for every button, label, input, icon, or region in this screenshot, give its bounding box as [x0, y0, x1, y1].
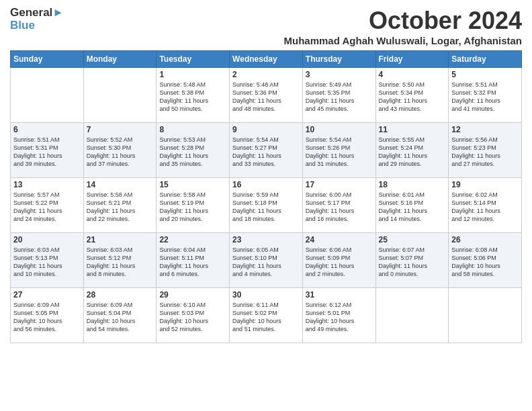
- cell-0-6: 5Sunrise: 5:51 AM Sunset: 5:32 PM Daylig…: [449, 68, 522, 123]
- day-number: 6: [13, 125, 81, 134]
- cell-text: Sunrise: 5:51 AM Sunset: 5:32 PM Dayligh…: [451, 81, 519, 113]
- cell-1-1: 7Sunrise: 5:52 AM Sunset: 5:30 PM Daylig…: [83, 123, 157, 178]
- cell-0-2: 1Sunrise: 5:48 AM Sunset: 5:38 PM Daylig…: [157, 68, 230, 123]
- cell-3-4: 24Sunrise: 6:06 AM Sunset: 5:09 PM Dayli…: [302, 233, 375, 288]
- cell-text: Sunrise: 5:52 AM Sunset: 5:30 PM Dayligh…: [87, 136, 154, 169]
- cell-4-5: [375, 288, 449, 343]
- day-number: 8: [159, 125, 226, 134]
- day-number: 17: [306, 180, 373, 189]
- cell-1-4: 10Sunrise: 5:54 AM Sunset: 5:26 PM Dayli…: [302, 123, 375, 178]
- cell-text: Sunrise: 5:53 AM Sunset: 5:28 PM Dayligh…: [159, 136, 226, 169]
- day-number: 21: [87, 235, 154, 244]
- week-row-2: 13Sunrise: 5:57 AM Sunset: 5:22 PM Dayli…: [11, 178, 522, 233]
- cell-2-3: 16Sunrise: 5:59 AM Sunset: 5:18 PM Dayli…: [230, 178, 303, 233]
- cell-text: Sunrise: 6:12 AM Sunset: 5:01 PM Dayligh…: [306, 301, 373, 334]
- page: General► Blue October 2024 Muhammad Agha…: [0, 0, 532, 411]
- col-wednesday: Wednesday: [230, 51, 303, 68]
- day-number: 1: [159, 70, 226, 79]
- day-number: 5: [451, 70, 519, 79]
- cell-2-6: 19Sunrise: 6:02 AM Sunset: 5:14 PM Dayli…: [449, 178, 522, 233]
- day-number: 29: [159, 290, 226, 300]
- cell-text: Sunrise: 5:57 AM Sunset: 5:22 PM Dayligh…: [13, 191, 81, 224]
- cell-2-4: 17Sunrise: 6:00 AM Sunset: 5:17 PM Dayli…: [302, 178, 375, 233]
- cell-3-3: 23Sunrise: 6:05 AM Sunset: 5:10 PM Dayli…: [230, 233, 303, 288]
- day-number: 27: [13, 290, 81, 300]
- col-thursday: Thursday: [302, 51, 375, 68]
- cell-1-5: 11Sunrise: 5:55 AM Sunset: 5:24 PM Dayli…: [375, 123, 449, 178]
- cell-1-0: 6Sunrise: 5:51 AM Sunset: 5:31 PM Daylig…: [11, 123, 84, 178]
- day-number: 4: [379, 70, 446, 79]
- cell-text: Sunrise: 5:54 AM Sunset: 5:27 PM Dayligh…: [232, 136, 300, 169]
- cell-text: Sunrise: 6:04 AM Sunset: 5:11 PM Dayligh…: [159, 246, 226, 279]
- cell-text: Sunrise: 5:48 AM Sunset: 5:36 PM Dayligh…: [232, 81, 300, 113]
- cell-text: Sunrise: 5:58 AM Sunset: 5:21 PM Dayligh…: [87, 191, 154, 224]
- logo-blue: Blue: [10, 19, 35, 32]
- cell-4-2: 29Sunrise: 6:10 AM Sunset: 5:03 PM Dayli…: [157, 288, 230, 343]
- col-monday: Monday: [83, 51, 157, 68]
- day-number: 2: [232, 70, 300, 79]
- cell-1-2: 8Sunrise: 5:53 AM Sunset: 5:28 PM Daylig…: [157, 123, 230, 178]
- logo: General► Blue: [10, 7, 64, 32]
- cell-3-6: 26Sunrise: 6:08 AM Sunset: 5:06 PM Dayli…: [449, 233, 522, 288]
- header: General► Blue October 2024 Muhammad Agha…: [10, 7, 522, 46]
- day-number: 13: [13, 180, 81, 189]
- week-row-1: 6Sunrise: 5:51 AM Sunset: 5:31 PM Daylig…: [11, 123, 522, 178]
- week-row-3: 20Sunrise: 6:03 AM Sunset: 5:13 PM Dayli…: [11, 233, 522, 288]
- day-number: 18: [379, 180, 446, 189]
- logo-general: General: [10, 6, 52, 19]
- day-number: 30: [232, 290, 300, 300]
- cell-2-2: 15Sunrise: 5:58 AM Sunset: 5:19 PM Dayli…: [157, 178, 230, 233]
- day-number: 19: [451, 180, 519, 189]
- day-number: 7: [87, 125, 154, 134]
- header-row: Sunday Monday Tuesday Wednesday Thursday…: [11, 51, 522, 68]
- day-number: 28: [87, 290, 154, 300]
- cell-2-0: 13Sunrise: 5:57 AM Sunset: 5:22 PM Dayli…: [11, 178, 84, 233]
- cell-text: Sunrise: 5:49 AM Sunset: 5:35 PM Dayligh…: [306, 81, 373, 113]
- day-number: 14: [87, 180, 154, 189]
- cell-4-1: 28Sunrise: 6:09 AM Sunset: 5:04 PM Dayli…: [83, 288, 157, 343]
- week-row-0: 1Sunrise: 5:48 AM Sunset: 5:38 PM Daylig…: [11, 68, 522, 123]
- cell-text: Sunrise: 5:50 AM Sunset: 5:34 PM Dayligh…: [379, 81, 446, 113]
- col-friday: Friday: [375, 51, 449, 68]
- day-number: 20: [13, 235, 81, 244]
- cell-text: Sunrise: 5:48 AM Sunset: 5:38 PM Dayligh…: [159, 81, 226, 113]
- cell-text: Sunrise: 6:09 AM Sunset: 5:05 PM Dayligh…: [13, 301, 81, 334]
- cell-0-3: 2Sunrise: 5:48 AM Sunset: 5:36 PM Daylig…: [230, 68, 303, 123]
- logo-bird-icon: ►: [52, 6, 64, 19]
- cell-text: Sunrise: 6:03 AM Sunset: 5:12 PM Dayligh…: [87, 246, 154, 279]
- location-title: Muhammad Aghah Wuluswali, Logar, Afghani…: [284, 35, 522, 46]
- day-number: 23: [232, 235, 300, 244]
- cell-text: Sunrise: 5:58 AM Sunset: 5:19 PM Dayligh…: [159, 191, 226, 224]
- cell-text: Sunrise: 5:51 AM Sunset: 5:31 PM Dayligh…: [13, 136, 81, 169]
- cell-text: Sunrise: 5:56 AM Sunset: 5:23 PM Dayligh…: [451, 136, 519, 169]
- day-number: 9: [232, 125, 300, 134]
- cell-text: Sunrise: 6:11 AM Sunset: 5:02 PM Dayligh…: [232, 301, 300, 334]
- cell-text: Sunrise: 6:10 AM Sunset: 5:03 PM Dayligh…: [159, 301, 226, 334]
- day-number: 3: [306, 70, 373, 79]
- day-number: 22: [159, 235, 226, 244]
- day-number: 10: [306, 125, 373, 134]
- day-number: 25: [379, 235, 446, 244]
- cell-3-1: 21Sunrise: 6:03 AM Sunset: 5:12 PM Dayli…: [83, 233, 157, 288]
- cell-1-6: 12Sunrise: 5:56 AM Sunset: 5:23 PM Dayli…: [449, 123, 522, 178]
- cell-0-5: 4Sunrise: 5:50 AM Sunset: 5:34 PM Daylig…: [375, 68, 449, 123]
- day-number: 16: [232, 180, 300, 189]
- cell-4-6: [449, 288, 522, 343]
- month-title: October 2024: [284, 7, 522, 35]
- cell-text: Sunrise: 6:05 AM Sunset: 5:10 PM Dayligh…: [232, 246, 300, 279]
- cell-0-0: [11, 68, 84, 123]
- day-number: 12: [451, 125, 519, 134]
- cell-2-5: 18Sunrise: 6:01 AM Sunset: 5:16 PM Dayli…: [375, 178, 449, 233]
- cell-3-2: 22Sunrise: 6:04 AM Sunset: 5:11 PM Dayli…: [157, 233, 230, 288]
- cell-text: Sunrise: 5:54 AM Sunset: 5:26 PM Dayligh…: [306, 136, 373, 169]
- cell-text: Sunrise: 6:01 AM Sunset: 5:16 PM Dayligh…: [379, 191, 446, 224]
- day-number: 31: [306, 290, 373, 300]
- cell-text: Sunrise: 6:06 AM Sunset: 5:09 PM Dayligh…: [306, 246, 373, 279]
- cell-text: Sunrise: 5:59 AM Sunset: 5:18 PM Dayligh…: [232, 191, 300, 224]
- week-row-4: 27Sunrise: 6:09 AM Sunset: 5:05 PM Dayli…: [11, 288, 522, 343]
- col-tuesday: Tuesday: [157, 51, 230, 68]
- cell-text: Sunrise: 6:08 AM Sunset: 5:06 PM Dayligh…: [451, 246, 519, 279]
- calendar-table: Sunday Monday Tuesday Wednesday Thursday…: [10, 50, 522, 343]
- cell-text: Sunrise: 5:55 AM Sunset: 5:24 PM Dayligh…: [379, 136, 446, 169]
- cell-text: Sunrise: 6:07 AM Sunset: 5:07 PM Dayligh…: [379, 246, 446, 279]
